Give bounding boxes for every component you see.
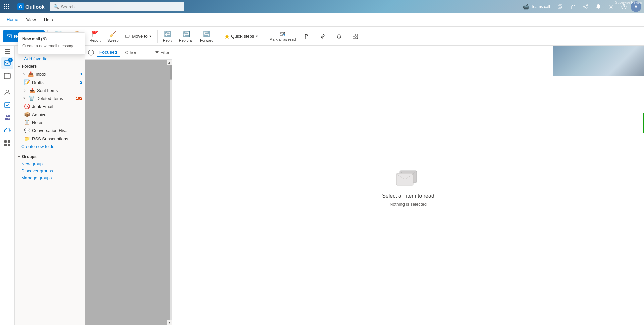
remind-button[interactable] bbox=[332, 32, 346, 40]
svg-rect-8 bbox=[8, 8, 9, 9]
circle-check bbox=[88, 50, 94, 56]
sweep-icon: 🧹 bbox=[109, 30, 117, 38]
menu-tab-help[interactable]: Help bbox=[40, 15, 57, 25]
svg-point-35 bbox=[6, 115, 8, 117]
svg-rect-11 bbox=[558, 6, 561, 8]
search-input[interactable] bbox=[61, 4, 181, 9]
svg-rect-0 bbox=[4, 4, 5, 5]
email-list-panel: Focused Other Filter ▲ ▼ bbox=[85, 46, 172, 325]
reply-icon: ↩️ bbox=[164, 30, 171, 38]
green-bar-indicator bbox=[643, 113, 644, 133]
svg-point-41 bbox=[88, 50, 94, 55]
folder-rss[interactable]: 📁 RSS Subscriptions bbox=[15, 134, 85, 143]
svg-text:?: ? bbox=[623, 5, 625, 9]
scroll-down-arrow[interactable]: ▼ bbox=[167, 320, 172, 325]
folder-archive[interactable]: 📦 Archive bbox=[15, 110, 85, 118]
report-button[interactable]: 🚩 Report bbox=[87, 29, 103, 44]
move-to-chevron: ▼ bbox=[149, 35, 152, 38]
svg-rect-40 bbox=[8, 144, 10, 146]
folder-drafts[interactable]: 📝 Drafts 2 bbox=[15, 78, 85, 86]
nav-mail[interactable]: 1 bbox=[1, 57, 13, 69]
ribbon-divider-2 bbox=[157, 30, 158, 43]
menu-tab-home[interactable]: Home bbox=[3, 15, 22, 25]
notifications-button[interactable] bbox=[592, 1, 604, 13]
folder-sent-items[interactable]: ▷ 📤 Sent Items bbox=[15, 86, 85, 94]
manage-groups-link[interactable]: Manage groups bbox=[15, 174, 85, 181]
pin-button[interactable] bbox=[316, 32, 330, 40]
svg-rect-19 bbox=[7, 35, 12, 38]
notes-icon: 📋 bbox=[24, 120, 30, 125]
svg-rect-34 bbox=[5, 102, 10, 108]
window-control-button[interactable] bbox=[554, 1, 566, 13]
nav-calendar[interactable] bbox=[1, 70, 13, 82]
folder-junk-email[interactable]: 🚫 Junk Email bbox=[15, 102, 85, 110]
folder-notes[interactable]: 📋 Notes bbox=[15, 118, 85, 126]
svg-rect-5 bbox=[8, 6, 9, 7]
search-box[interactable]: 🔍 bbox=[50, 2, 184, 11]
nav-separator-1 bbox=[3, 84, 11, 84]
title-bar: O Outlook 🔍 📹 Teams call bbox=[0, 0, 644, 13]
sweep-button[interactable]: 🧹 Sweep bbox=[105, 29, 121, 44]
svg-point-22 bbox=[283, 34, 285, 36]
quick-steps-button[interactable]: Quick steps ▼ bbox=[222, 30, 261, 42]
svg-rect-27 bbox=[356, 37, 358, 39]
mark-all-read-label: Mark all as read bbox=[269, 37, 296, 41]
sent-label: Sent Items bbox=[37, 88, 58, 93]
scrollbar-track[interactable] bbox=[170, 60, 172, 325]
nav-onedrive[interactable] bbox=[1, 124, 13, 137]
new-group-link[interactable]: New group bbox=[15, 160, 85, 167]
nav-contacts[interactable] bbox=[1, 86, 13, 98]
svg-point-14 bbox=[583, 6, 585, 7]
junk-label: Junk Email bbox=[32, 104, 53, 109]
nav-more[interactable] bbox=[1, 137, 13, 149]
add-favorite-link[interactable]: Add favorite bbox=[15, 55, 85, 63]
folder-conversation-history[interactable]: 💬 Conversation His... bbox=[15, 126, 85, 134]
left-navigation: 1 bbox=[0, 46, 15, 325]
conversation-icon: 💬 bbox=[24, 128, 30, 133]
app-launcher-button[interactable] bbox=[0, 0, 13, 13]
categorize-button[interactable] bbox=[348, 32, 363, 40]
reply-all-button[interactable]: ↩️ Reply all bbox=[176, 29, 196, 44]
forward-icon: ↪️ bbox=[203, 30, 210, 38]
nav-tasks[interactable] bbox=[1, 99, 13, 111]
flag-button[interactable] bbox=[300, 32, 314, 40]
mark-all-read-button[interactable]: Mark all as read bbox=[267, 30, 298, 43]
svg-rect-32 bbox=[4, 73, 10, 79]
nav-teams[interactable] bbox=[1, 112, 13, 124]
tab-focused[interactable]: Focused bbox=[97, 48, 120, 57]
titlebar-content: O Outlook 🔍 📹 Teams call bbox=[0, 0, 644, 13]
rss-label: RSS Subscriptions bbox=[32, 136, 68, 141]
move-to-button[interactable]: Move to ▼ bbox=[123, 30, 155, 42]
svg-point-16 bbox=[610, 6, 612, 8]
report-icon: 🚩 bbox=[91, 30, 99, 38]
select-subtitle: Nothing is selected bbox=[390, 202, 427, 207]
svg-rect-6 bbox=[4, 8, 5, 9]
svg-rect-30 bbox=[5, 53, 10, 54]
tooltip-description: Create a new email message. bbox=[18, 43, 85, 52]
inbox-label: Inbox bbox=[36, 72, 46, 77]
folders-chevron: ▼ bbox=[17, 65, 21, 68]
scroll-up-arrow[interactable]: ▲ bbox=[167, 60, 172, 65]
sweep-label: Sweep bbox=[107, 38, 119, 42]
svg-rect-24 bbox=[353, 34, 355, 36]
forward-nav-button[interactable] bbox=[567, 1, 579, 13]
ribbon-divider-4 bbox=[264, 30, 264, 43]
sidebar-toggle-button[interactable] bbox=[3, 47, 12, 56]
quick-steps-label: Quick steps bbox=[231, 34, 254, 39]
forward-button[interactable]: ↪️ Forward bbox=[197, 29, 216, 44]
menu-tab-view[interactable]: View bbox=[22, 15, 40, 25]
svg-rect-39 bbox=[4, 144, 7, 146]
svg-rect-7 bbox=[6, 8, 7, 9]
folder-deleted-items[interactable]: ▼ 🗑️ Deleted Items 182 bbox=[15, 94, 85, 102]
filter-button[interactable]: Filter bbox=[155, 50, 169, 55]
folder-inbox[interactable]: ▷ 📥 Inbox 1 bbox=[15, 70, 85, 78]
create-new-folder-link[interactable]: Create new folder bbox=[15, 143, 85, 150]
discover-groups-link[interactable]: Discover groups bbox=[15, 167, 85, 174]
supervisor-review-label: Supervise Review bbox=[613, 0, 644, 5]
svg-rect-26 bbox=[353, 37, 355, 39]
teams-call-button[interactable]: 📹 Teams call bbox=[519, 2, 553, 11]
tab-other[interactable]: Other bbox=[122, 49, 139, 56]
reply-button[interactable]: ↩️ Reply bbox=[160, 29, 175, 44]
menu-bar: Home View Help bbox=[0, 13, 644, 27]
share-button[interactable] bbox=[580, 1, 592, 13]
